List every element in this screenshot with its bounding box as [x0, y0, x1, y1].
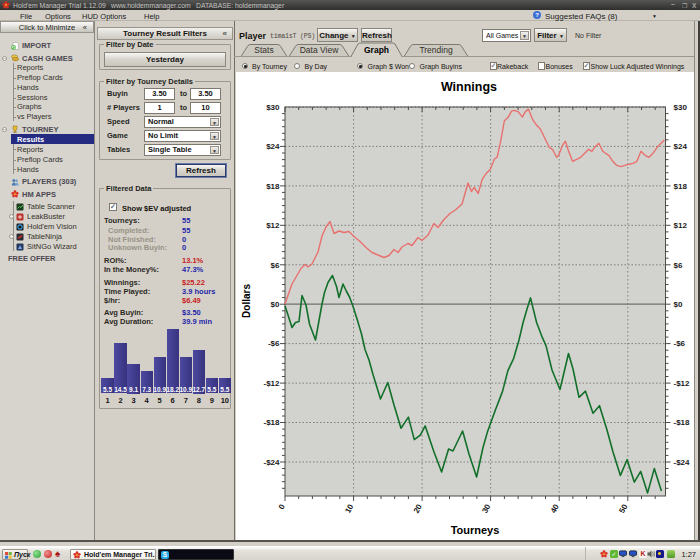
svg-text:-$18: -$18	[263, 418, 280, 427]
svg-text:-$12: -$12	[674, 379, 691, 388]
svg-text:Dollars: Dollars	[241, 284, 252, 318]
svg-text:Stats: Stats	[254, 45, 273, 55]
svg-text:$6: $6	[271, 261, 280, 270]
svg-text:$24: $24	[674, 142, 688, 151]
svg-text:$0: $0	[271, 300, 280, 309]
svg-text:Data View: Data View	[300, 45, 339, 55]
svg-text:-$24: -$24	[263, 458, 280, 467]
svg-text:Graph: Graph	[364, 45, 389, 55]
svg-text:0: 0	[277, 502, 287, 511]
svg-text:Trending: Trending	[419, 45, 453, 55]
svg-text:$12: $12	[674, 221, 688, 230]
svg-text:-$6: -$6	[674, 339, 686, 348]
svg-text:Tourneys: Tourneys	[451, 524, 500, 536]
svg-text:$18: $18	[674, 182, 688, 191]
svg-text:$30: $30	[674, 103, 688, 112]
svg-text:40: 40	[549, 502, 561, 515]
svg-text:20: 20	[412, 502, 424, 515]
svg-text:50: 50	[617, 502, 629, 515]
svg-text:-$6: -$6	[268, 339, 280, 348]
svg-text:-$18: -$18	[674, 418, 691, 427]
svg-text:$30: $30	[266, 103, 280, 112]
svg-text:Winnings: Winnings	[441, 80, 497, 94]
svg-text:10: 10	[343, 502, 355, 515]
svg-text:$0: $0	[674, 300, 683, 309]
svg-text:-$12: -$12	[263, 379, 280, 388]
svg-text:$18: $18	[266, 182, 280, 191]
svg-text:30: 30	[480, 502, 492, 515]
svg-text:$12: $12	[266, 221, 280, 230]
svg-text:$6: $6	[674, 261, 683, 270]
svg-text:-$24: -$24	[674, 458, 691, 467]
svg-text:$24: $24	[266, 142, 280, 151]
